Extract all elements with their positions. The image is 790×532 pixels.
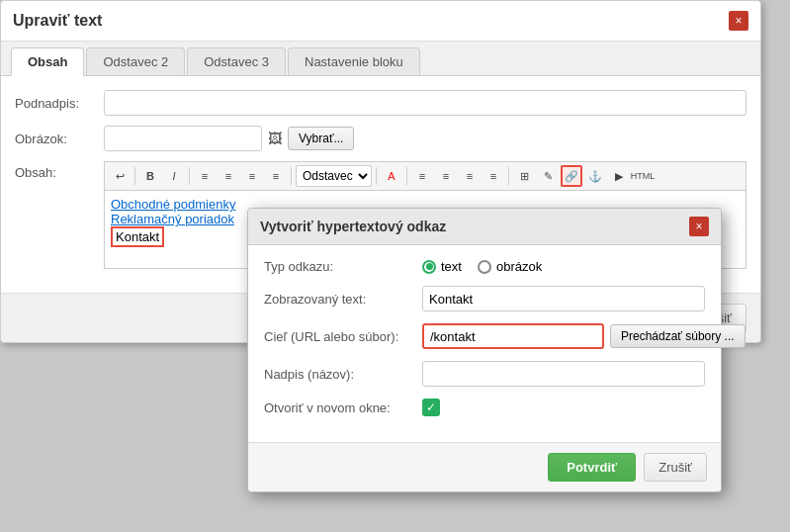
image-icon: 🖼 xyxy=(268,131,282,146)
radio-text-label: text xyxy=(441,259,462,274)
browse-button[interactable]: Vybrať... xyxy=(288,127,354,150)
title-input[interactable] xyxy=(422,361,705,387)
toolbar-align-justify-btn[interactable]: ≡ xyxy=(265,165,287,187)
toolbar-bold-btn[interactable]: B xyxy=(139,165,161,187)
toolbar-outdent-btn[interactable]: ≡ xyxy=(483,165,504,187)
overlay-body: Typ odkazu: text obrázok Zobrazovaný tex… xyxy=(248,245,721,442)
overlay-cancel-button[interactable]: Zrušiť xyxy=(644,453,707,482)
image-controls: 🖼 Vybrať... xyxy=(104,126,354,151)
type-label: Typ odkazu: xyxy=(264,259,422,274)
content-label: Obsah: xyxy=(15,161,104,180)
toolbar-html-btn[interactable]: HTML xyxy=(632,165,654,187)
main-dialog-close-button[interactable]: × xyxy=(729,11,748,31)
url-label: Cieľ (URL alebo súbor): xyxy=(264,329,422,344)
image-label: Obrázok: xyxy=(15,132,104,146)
checkbox-checkmark: ✓ xyxy=(426,400,436,414)
editor-toolbar: ↩ B I ≡ ≡ ≡ ≡ Odstavec A ≡ xyxy=(104,161,746,190)
toolbar-align-right-btn[interactable]: ≡ xyxy=(241,165,263,187)
type-row: Typ odkazu: text obrázok xyxy=(264,259,705,274)
display-text-input[interactable] xyxy=(422,286,705,311)
display-text-label: Zobrazovaný text: xyxy=(264,292,422,307)
tab-obsah[interactable]: Obsah xyxy=(11,47,84,76)
tab-nastavenie[interactable]: Nastavenie bloku xyxy=(288,47,420,75)
overlay-dialog: Vytvoriť hypertextový odkaz × Typ odkazu… xyxy=(247,208,722,492)
toolbar-color-btn[interactable]: A xyxy=(381,165,402,187)
new-window-row: Otvoriť v novom okne: ✓ xyxy=(264,399,705,416)
toolbar-list-ol-btn[interactable]: ≡ xyxy=(435,165,457,187)
paragraph-select[interactable]: Odstavec xyxy=(296,165,372,187)
radio-text-dot xyxy=(426,263,433,270)
link-obchodne[interactable]: Obchodné podmienky xyxy=(111,197,235,212)
main-dialog-title: Upraviť text xyxy=(13,12,102,30)
overlay-close-button[interactable]: × xyxy=(689,217,709,236)
toolbar-media-btn[interactable]: ▶ xyxy=(608,165,630,187)
radio-group: text obrázok xyxy=(422,259,542,274)
main-dialog-header: Upraviť text × xyxy=(1,1,760,42)
url-input[interactable] xyxy=(422,323,604,349)
separator-3 xyxy=(291,167,292,185)
toolbar-link-btn[interactable]: 🔗 xyxy=(561,165,582,187)
title-row: Nadpis (názov): xyxy=(264,361,705,387)
overlay-header: Vytvoriť hypertextový odkaz × xyxy=(248,209,721,245)
new-window-label: Otvoriť v novom okne: xyxy=(264,400,422,415)
toolbar-indent-btn[interactable]: ≡ xyxy=(459,165,481,187)
display-text-row: Zobrazovaný text: xyxy=(264,286,705,311)
new-window-checkbox[interactable]: ✓ xyxy=(422,399,440,416)
image-row: Obrázok: 🖼 Vybrať... xyxy=(15,126,746,151)
toolbar-align-center-btn[interactable]: ≡ xyxy=(218,165,239,187)
separator-1 xyxy=(134,167,135,185)
subheading-row: Podnadpis: xyxy=(15,90,746,116)
radio-image[interactable]: obrázok xyxy=(478,259,542,274)
radio-image-circle xyxy=(478,260,491,274)
image-input[interactable] xyxy=(104,126,262,151)
separator-2 xyxy=(189,167,190,185)
separator-6 xyxy=(508,167,509,185)
radio-text[interactable]: text xyxy=(422,259,462,274)
browse-files-button[interactable]: Prechádzať súbory ... xyxy=(610,324,746,348)
browse-label: Vybrať... xyxy=(299,132,343,145)
toolbar-align-left-btn[interactable]: ≡ xyxy=(194,165,216,187)
separator-4 xyxy=(376,167,377,185)
toolbar-list-ul-btn[interactable]: ≡ xyxy=(411,165,433,187)
tab-odstavec2[interactable]: Odstavec 2 xyxy=(86,47,185,75)
link-reklamacny[interactable]: Reklamačný poriadok xyxy=(111,212,234,226)
confirm-button[interactable]: Potvrdiť xyxy=(548,453,636,482)
tab-odstavec3[interactable]: Odstavec 3 xyxy=(187,47,286,75)
overlay-footer: Potvrdiť Zrušiť xyxy=(248,442,721,491)
overlay-title: Vytvoriť hypertextový odkaz xyxy=(260,219,446,234)
separator-5 xyxy=(406,167,407,185)
url-controls: Prechádzať súbory ... xyxy=(422,323,746,349)
toolbar-table-btn[interactable]: ⊞ xyxy=(513,165,535,187)
title-label: Nadpis (názov): xyxy=(264,367,422,382)
toolbar-edit-btn[interactable]: ✎ xyxy=(537,165,559,187)
url-row: Cieľ (URL alebo súbor): Prechádzať súbor… xyxy=(264,323,705,349)
radio-text-circle xyxy=(422,260,436,274)
toolbar-italic-btn[interactable]: I xyxy=(163,165,185,187)
new-window-checkbox-row: ✓ xyxy=(422,399,440,416)
toolbar-anchor-btn[interactable]: ⚓ xyxy=(584,165,606,187)
tabs-bar: Obsah Odstavec 2 Odstavec 3 Nastavenie b… xyxy=(1,42,760,76)
toolbar-undo-btn[interactable]: ↩ xyxy=(109,165,131,187)
subheading-input[interactable] xyxy=(104,90,746,116)
highlighted-kontakt[interactable]: Kontakt xyxy=(111,226,164,247)
radio-image-label: obrázok xyxy=(496,259,542,274)
subheading-label: Podnadpis: xyxy=(15,96,104,111)
